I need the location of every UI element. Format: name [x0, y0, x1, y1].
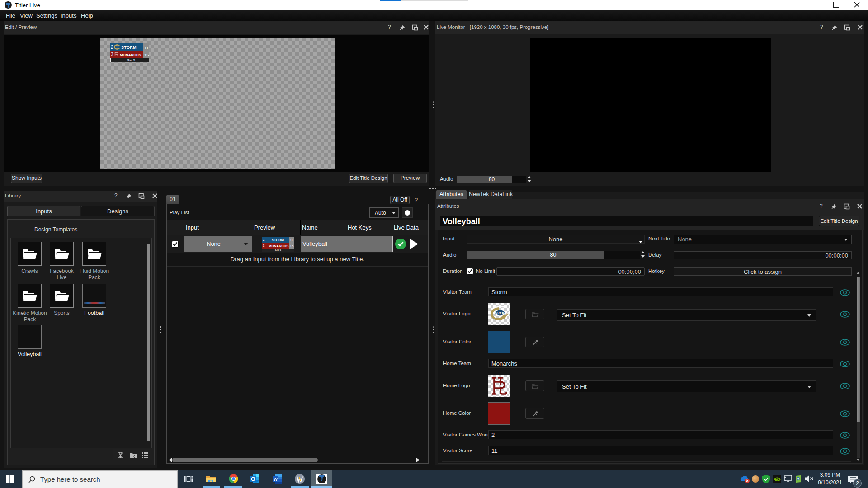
svg-text:STORM: STORM	[495, 311, 509, 315]
